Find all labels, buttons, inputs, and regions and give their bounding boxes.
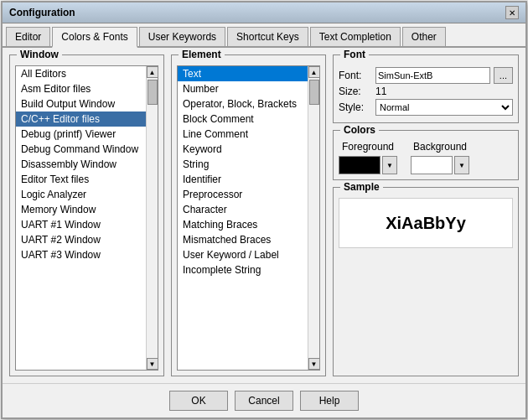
el-scroll-track[interactable] [308,78,319,358]
foreground-col: Foreground ▼ [339,141,397,174]
element-list-item[interactable]: Matching Braces [178,217,308,232]
window-list-item[interactable]: Disassembly Window [16,157,146,172]
element-list-item[interactable]: Text [178,66,308,81]
font-style-select[interactable]: Normal Bold Italic Bold Italic [375,99,513,116]
bottom-bar: OK Cancel Help [3,383,525,417]
window-list-container[interactable]: All EditorsAsm Editor filesBuild Output … [15,65,158,371]
font-style-label: Style: [339,101,372,113]
tab-colors-fonts[interactable]: Colors & Fonts [52,27,137,48]
window-group: Window All EditorsAsm Editor filesBuild … [9,54,164,376]
window-list-item[interactable]: Build Output Window [16,96,146,111]
window-scrollbar[interactable]: ▲ ▼ [146,66,158,370]
scroll-down-btn[interactable]: ▼ [147,358,158,370]
window-list-item[interactable]: Debug (printf) Viewer [16,127,146,142]
font-group: Font Font: ... Size: 11 Style: Normal Bo… [333,54,519,123]
font-group-label: Font [340,49,369,60]
font-name-input[interactable] [375,67,490,84]
cancel-button[interactable]: Cancel [235,391,293,411]
element-list-item[interactable]: Block Comment [178,111,308,127]
background-color-box[interactable] [411,156,453,174]
element-group: Element TextNumberOperator, Block, Brack… [171,54,326,376]
window-list-item[interactable]: UART #1 Window [16,217,146,232]
font-size-label: Size: [339,86,372,97]
ok-button[interactable]: OK [169,391,228,411]
element-list-item[interactable]: Number [178,81,308,96]
main-content: Window All EditorsAsm Editor filesBuild … [3,48,525,383]
sample-group-label: Sample [340,181,383,193]
window-list-item[interactable]: All Editors [16,66,146,81]
tab-shortcut-keys[interactable]: Shortcut Keys [227,27,308,46]
window-list-item[interactable]: UART #2 Window [16,232,146,247]
colors-group-label: Colors [340,124,379,136]
el-scroll-down-btn[interactable]: ▼ [308,358,320,370]
element-list-item[interactable]: Operator, Block, Brackets [178,96,308,111]
scroll-track[interactable] [147,78,158,358]
window-list-item[interactable]: Memory Window [16,202,146,217]
element-list-item[interactable]: Mismatched Braces [178,232,308,247]
background-dropdown-btn[interactable]: ▼ [454,156,469,174]
element-list-item[interactable]: Keyword [178,142,308,157]
font-size-row: Size: 11 [339,86,513,97]
tab-bar: Editor Colors & Fonts User Keywords Shor… [3,23,525,48]
colors-group: Colors Foreground ▼ Background ▼ [333,130,519,180]
help-button[interactable]: Help [300,391,359,411]
element-list-item[interactable]: Preprocessor [178,187,308,202]
window-title: Configuration [9,7,75,18]
tab-text-completion[interactable]: Text Completion [310,27,401,46]
window-list-item[interactable]: Logic Analyzer [16,187,146,202]
font-size-value: 11 [375,86,513,97]
element-list-item[interactable]: Incomplete String [178,262,308,277]
foreground-color-box[interactable] [339,156,380,174]
element-list-item[interactable]: User Keyword / Label [178,247,308,262]
font-name-row: Font: ... [339,67,513,84]
background-picker[interactable]: ▼ [411,156,469,174]
font-name-label: Font: [339,70,372,81]
window-list-item[interactable]: Debug Command Window [16,142,146,157]
element-scrollbar[interactable]: ▲ ▼ [308,66,319,370]
configuration-window: Configuration ✕ Editor Colors & Fonts Us… [1,1,527,419]
tab-other[interactable]: Other [402,27,446,46]
close-button[interactable]: ✕ [505,6,519,19]
element-list[interactable]: TextNumberOperator, Block, BracketsBlock… [178,66,308,370]
window-list[interactable]: All EditorsAsm Editor filesBuild Output … [16,66,146,370]
background-label: Background [413,141,467,153]
window-group-label: Window [17,49,62,60]
colors-row: Foreground ▼ Background ▼ [339,141,513,174]
background-col: Background ▼ [411,141,469,174]
element-list-item[interactable]: Identifier [178,172,308,187]
foreground-picker[interactable]: ▼ [339,156,397,174]
tab-editor[interactable]: Editor [6,27,50,46]
right-panel: Font Font: ... Size: 11 Style: Normal Bo… [333,54,519,376]
element-list-item[interactable]: Line Comment [178,127,308,142]
foreground-label: Foreground [342,141,394,153]
title-bar: Configuration ✕ [3,3,525,23]
window-list-item[interactable]: Asm Editor files [16,81,146,96]
el-scroll-up-btn[interactable]: ▲ [308,66,320,78]
window-list-item[interactable]: UART #3 Window [16,247,146,262]
font-browse-button[interactable]: ... [494,67,513,84]
font-style-row: Style: Normal Bold Italic Bold Italic [339,99,513,116]
foreground-dropdown-btn[interactable]: ▼ [382,156,397,174]
scroll-up-btn[interactable]: ▲ [147,66,158,78]
window-list-item[interactable]: C/C++ Editor files [16,111,146,127]
element-list-item[interactable]: String [178,157,308,172]
element-group-label: Element [179,49,225,60]
element-list-item[interactable]: Character [178,202,308,217]
el-scroll-thumb[interactable] [309,80,319,105]
tab-user-keywords[interactable]: User Keywords [139,27,225,46]
scroll-thumb[interactable] [148,80,158,105]
element-list-container[interactable]: TextNumberOperator, Block, BracketsBlock… [177,65,320,371]
window-list-item[interactable]: Editor Text files [16,172,146,187]
sample-group: Sample XiAaBbYy [333,187,519,376]
sample-text: XiAaBbYy [339,198,513,248]
